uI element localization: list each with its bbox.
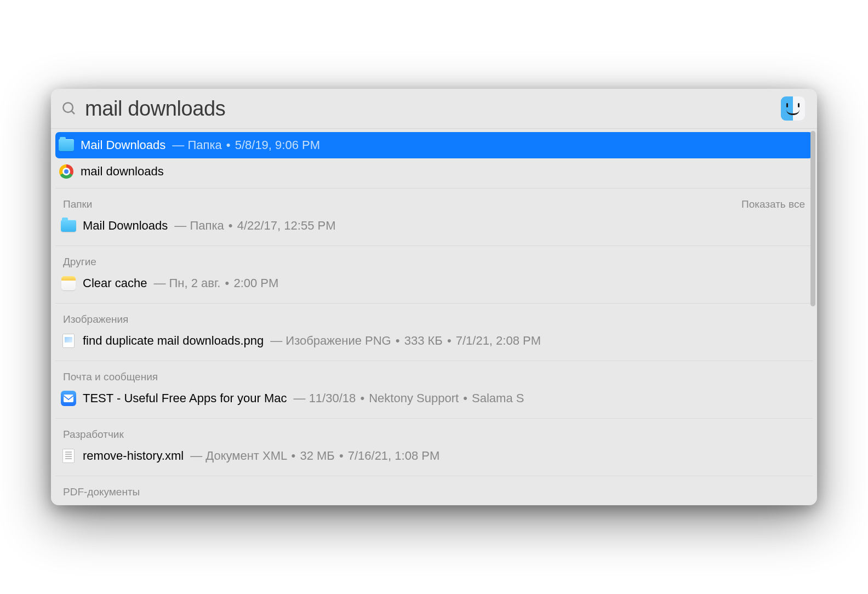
section-title: Папки — [63, 198, 92, 210]
show-all-link[interactable]: Показать все — [741, 198, 805, 210]
mail-icon — [61, 391, 76, 406]
result-meta: — 11/30/18 • Nektony Support • Salama S — [294, 391, 524, 405]
png-icon — [61, 333, 76, 349]
section-title: Изображения — [63, 313, 128, 325]
section-header: Разработчик — [55, 418, 813, 443]
result-meta: — Папка • 4/22/17, 12:55 PM — [174, 219, 335, 233]
folder-icon — [59, 138, 74, 153]
result-meta: — Пн, 2 авг. • 2:00 PM — [153, 276, 278, 290]
section-title: Разработчик — [63, 429, 124, 441]
results-pane: Mail Downloads — Папка • 5/8/19, 9:06 PM… — [51, 129, 817, 505]
section-header: Почта и сообщения — [55, 361, 813, 385]
result-title: mail downloads — [81, 164, 164, 179]
svg-point-0 — [63, 102, 73, 112]
result-title: find duplicate mail downloads.png — [83, 334, 264, 348]
chrome-icon — [59, 164, 74, 179]
result-title: remove-history.xml — [83, 449, 184, 463]
section-title: PDF-документы — [63, 486, 140, 498]
search-bar — [51, 89, 817, 129]
svg-rect-2 — [64, 395, 73, 402]
top-hit-row[interactable]: Mail Downloads — Папка • 5/8/19, 9:06 PM — [55, 132, 813, 158]
result-row[interactable]: Mail Downloads — Папка • 4/22/17, 12:55 … — [55, 213, 813, 239]
note-icon — [61, 276, 76, 291]
finder-icon — [781, 96, 805, 121]
scrollbar[interactable] — [810, 131, 815, 306]
result-row[interactable]: remove-history.xml — Документ XML • 32 М… — [55, 443, 813, 469]
search-icon — [61, 100, 77, 117]
result-title: Clear cache — [83, 276, 147, 290]
result-row[interactable]: TEST - Useful Free Apps for your Mac — 1… — [55, 385, 813, 412]
xml-icon — [61, 448, 76, 464]
web-suggestion-row[interactable]: mail downloads — [55, 158, 813, 185]
section-header: Другие — [55, 245, 813, 270]
search-input[interactable] — [85, 97, 773, 121]
result-meta: — Папка • 5/8/19, 9:06 PM — [172, 138, 320, 152]
section-header: ПапкиПоказать все — [55, 188, 813, 213]
spotlight-window: Mail Downloads — Папка • 5/8/19, 9:06 PM… — [51, 89, 817, 505]
result-row[interactable]: find duplicate mail downloads.png — Изоб… — [55, 328, 813, 354]
section-title: Другие — [63, 256, 96, 268]
section-title: Почта и сообщения — [63, 371, 158, 383]
section-header: PDF-документы — [55, 476, 813, 500]
svg-line-1 — [71, 111, 75, 114]
folder-icon — [61, 218, 76, 233]
result-title: Mail Downloads — [81, 138, 165, 152]
result-meta: — Изображение PNG • 333 КБ • 7/1/21, 2:0… — [270, 334, 541, 348]
result-title: Mail Downloads — [83, 219, 168, 233]
section-header: Изображения — [55, 303, 813, 328]
result-title: TEST - Useful Free Apps for your Mac — [83, 391, 287, 405]
result-row[interactable]: Clear cache — Пн, 2 авг. • 2:00 PM — [55, 270, 813, 296]
result-meta: — Документ XML • 32 МБ • 7/16/21, 1:08 P… — [190, 449, 439, 463]
